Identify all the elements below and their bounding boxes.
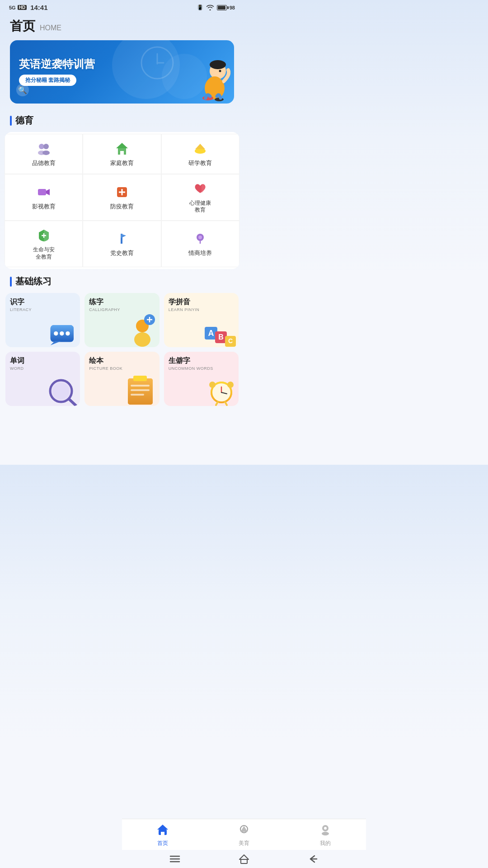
qingshang-icon bbox=[192, 231, 208, 247]
svg-point-62 bbox=[209, 382, 216, 388]
pinde-label: 品德教育 bbox=[32, 160, 56, 167]
page-title-en: HOME bbox=[40, 24, 61, 32]
svg-marker-18 bbox=[195, 144, 205, 149]
pinde-icon bbox=[36, 141, 52, 157]
svg-point-13 bbox=[42, 151, 50, 155]
exercises-grid: 识字 LITERACY 练字 CALLIGRAPHY bbox=[5, 293, 239, 406]
literacy-title-cn: 识字 bbox=[10, 297, 75, 307]
dangshi-label: 党史教育 bbox=[110, 250, 134, 257]
menu-item-yingshi[interactable]: 影视教育 bbox=[5, 174, 83, 221]
exercises-section-title: 基础练习 bbox=[15, 275, 52, 288]
banner-character bbox=[190, 47, 230, 104]
pinyin-title-cn: 学拼音 bbox=[169, 297, 234, 307]
exercise-card-pinyin[interactable]: 学拼音 LEARN PINYIN A B C bbox=[164, 293, 239, 347]
time-display: 14:41 bbox=[30, 4, 47, 11]
picturebook-title-cn: 绘本 bbox=[89, 356, 155, 366]
status-right: 📳 98 bbox=[197, 4, 235, 11]
exercise-card-uncommon[interactable]: 生僻字 UNCOMMON WORDS bbox=[164, 352, 239, 406]
pinyin-title-en: LEARN PINYIN bbox=[169, 307, 234, 312]
page-title-cn: 首页 bbox=[10, 18, 35, 35]
menu-item-shengming[interactable]: 生命与安全教育 bbox=[5, 221, 83, 267]
uncommon-title-cn: 生僻字 bbox=[169, 356, 234, 366]
menu-item-dangshi[interactable]: 党史教育 bbox=[83, 221, 161, 267]
svg-rect-19 bbox=[38, 189, 46, 195]
svg-text:A: A bbox=[208, 329, 214, 338]
svg-rect-54 bbox=[131, 385, 150, 387]
menu-item-qingshang[interactable]: 情商培养 bbox=[161, 221, 239, 267]
menu-item-fangyi[interactable]: 防疫教育 bbox=[83, 174, 161, 221]
status-bar: 5G HD 14:41 📳 98 bbox=[0, 0, 244, 13]
deyu-section-header: 德育 bbox=[0, 112, 244, 132]
banner-subtitle: 抢分秘籍 套路揭秘 bbox=[19, 75, 76, 86]
svg-point-34 bbox=[60, 331, 64, 335]
svg-point-11 bbox=[43, 144, 49, 149]
svg-point-6 bbox=[219, 70, 221, 72]
svg-line-65 bbox=[225, 402, 227, 405]
dangshi-icon bbox=[114, 231, 130, 247]
battery-level: 98 bbox=[230, 5, 235, 10]
exercise-card-literacy[interactable]: 识字 LITERACY bbox=[5, 293, 80, 347]
picturebook-title-en: PICTURE BOOK bbox=[89, 366, 155, 371]
menu-item-pinde[interactable]: 品德教育 bbox=[5, 134, 83, 174]
svg-rect-52 bbox=[128, 378, 153, 405]
yingshi-label: 影视教育 bbox=[32, 203, 56, 211]
svg-point-63 bbox=[227, 382, 234, 388]
svg-point-5 bbox=[210, 60, 226, 69]
svg-rect-53 bbox=[133, 376, 147, 381]
svg-text:C: C bbox=[228, 337, 233, 344]
svg-rect-55 bbox=[131, 389, 150, 391]
svg-point-35 bbox=[66, 331, 70, 335]
deyu-section-title: 德育 bbox=[15, 114, 33, 127]
yanxue-label: 研学教育 bbox=[188, 160, 212, 167]
jiating-label: 家庭教育 bbox=[110, 160, 134, 167]
deyu-menu-grid: 品德教育 家庭教育 研学教育 影视教育 防疫教育 bbox=[5, 132, 239, 269]
menu-item-yanxue[interactable]: 研学教育 bbox=[161, 134, 239, 174]
shengming-label: 生命与安全教育 bbox=[33, 246, 55, 260]
fangyi-label: 防疫教育 bbox=[110, 203, 134, 211]
svg-marker-14 bbox=[116, 143, 128, 148]
jiating-icon bbox=[114, 141, 130, 157]
svg-text:B: B bbox=[218, 333, 224, 341]
section-bar-indicator bbox=[10, 116, 12, 126]
svg-point-9 bbox=[206, 76, 223, 93]
yanxue-icon bbox=[192, 141, 208, 157]
svg-rect-16 bbox=[120, 151, 124, 155]
svg-line-64 bbox=[216, 402, 218, 405]
xinli-label: 心理健康教育 bbox=[189, 200, 211, 214]
fangyi-icon bbox=[114, 184, 130, 200]
svg-rect-56 bbox=[131, 394, 144, 396]
pinyin-illustration: A B C bbox=[202, 313, 239, 347]
xinli-icon bbox=[192, 181, 208, 197]
svg-line-49 bbox=[69, 399, 76, 406]
uncommon-illustration bbox=[202, 372, 239, 406]
calligraphy-title-en: CALLIGRAPHY bbox=[89, 307, 155, 312]
exercises-section-header: 基础练习 bbox=[0, 273, 244, 293]
qingshang-label: 情商培养 bbox=[188, 250, 212, 257]
menu-item-jiating[interactable]: 家庭教育 bbox=[83, 134, 161, 174]
exercise-card-calligraphy[interactable]: 练字 CALLIGRAPHY bbox=[84, 293, 159, 347]
word-title-cn: 单词 bbox=[10, 356, 75, 366]
exercises-bar-indicator bbox=[10, 277, 12, 287]
hd-indicator: HD bbox=[18, 5, 27, 10]
menu-item-xinli[interactable]: 心理健康教育 bbox=[161, 174, 239, 221]
exercise-card-picturebook[interactable]: 绘本 PICTURE BOOK bbox=[84, 352, 159, 406]
status-left: 5G HD 14:41 bbox=[9, 4, 48, 11]
word-title-en: WORD bbox=[10, 366, 75, 371]
yingshi-icon bbox=[36, 184, 52, 200]
vibrate-icon: 📳 bbox=[197, 5, 203, 10]
promo-banner[interactable]: 英语逆袭特训营 抢分秘籍 套路揭秘 bbox=[10, 40, 234, 104]
svg-point-29 bbox=[198, 236, 202, 239]
svg-point-41 bbox=[134, 332, 150, 347]
shengming-icon bbox=[36, 227, 52, 244]
uncommon-title-en: UNCOMMON WORDS bbox=[169, 366, 234, 371]
svg-point-33 bbox=[54, 331, 58, 335]
wifi-icon bbox=[206, 4, 214, 11]
page-header: 首页 HOME bbox=[0, 13, 244, 38]
network-indicator: 5G bbox=[9, 5, 16, 10]
exercise-card-word[interactable]: 单词 WORD bbox=[5, 352, 80, 406]
svg-point-50 bbox=[53, 383, 69, 399]
svg-marker-27 bbox=[121, 234, 126, 238]
battery-icon bbox=[217, 5, 227, 10]
literacy-title-en: LITERACY bbox=[10, 307, 75, 312]
calligraphy-illustration bbox=[123, 313, 160, 347]
